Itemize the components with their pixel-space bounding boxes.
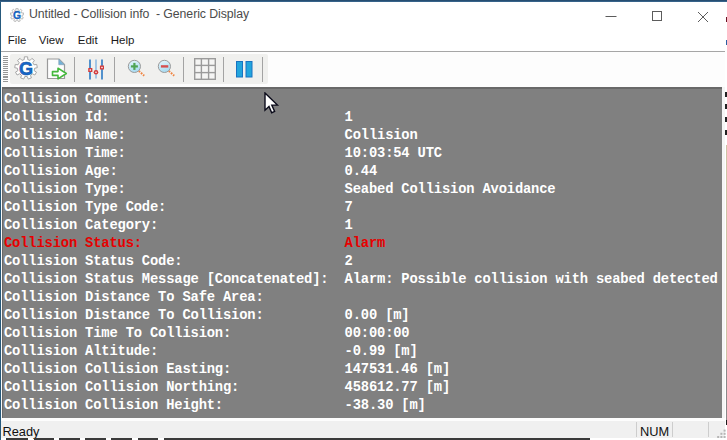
svg-text:G: G [13, 10, 21, 21]
svg-text:G: G [19, 59, 33, 79]
